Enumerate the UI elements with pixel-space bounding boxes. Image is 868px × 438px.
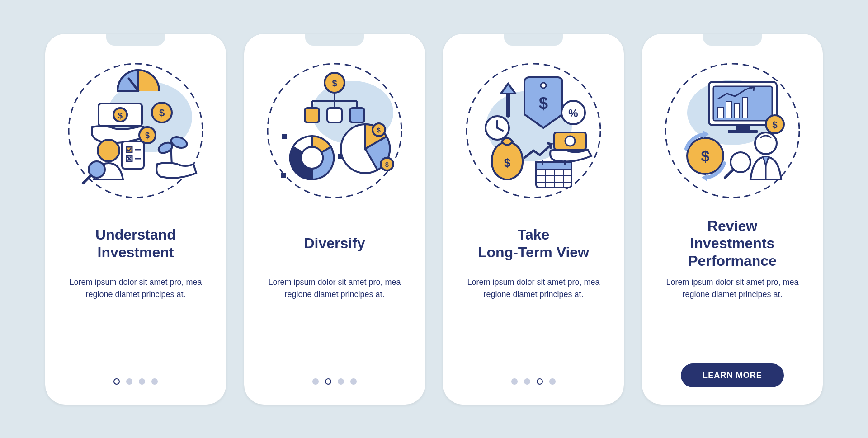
phone-notch — [504, 34, 563, 46]
phone-notch — [305, 34, 364, 46]
pagination-dot-1[interactable] — [511, 378, 518, 385]
pagination-dot-3[interactable] — [338, 378, 344, 385]
screen-description: Lorem ipsum dolor sit amet pro, mea regi… — [68, 276, 203, 301]
svg-rect-29 — [305, 108, 319, 122]
svg-rect-13 — [122, 141, 144, 169]
svg-text:$: $ — [145, 131, 150, 140]
svg-rect-70 — [728, 130, 758, 133]
pagination-dots — [511, 378, 556, 385]
svg-rect-65 — [718, 107, 723, 118]
svg-rect-33 — [281, 173, 286, 178]
pagination-dot-2[interactable] — [325, 378, 331, 385]
screen-description: Lorem ipsum dolor sit amet pro, mea regi… — [466, 276, 601, 301]
screen-title: Take Long-Term View — [478, 217, 589, 271]
svg-text:$: $ — [539, 94, 548, 113]
pagination-dot-1[interactable] — [312, 378, 319, 385]
diversify-icon: $ — [262, 58, 407, 203]
pagination-dot-4[interactable] — [151, 378, 158, 385]
screen-description: Lorem ipsum dolor sit amet pro, mea regi… — [665, 276, 800, 301]
svg-text:$: $ — [159, 107, 165, 118]
svg-text:$: $ — [118, 111, 123, 120]
svg-rect-30 — [327, 108, 342, 122]
phone-screen-understand-investment: $ $ $ — [45, 34, 226, 405]
svg-rect-69 — [736, 125, 750, 130]
pagination-dots — [312, 378, 357, 385]
svg-line-76 — [725, 170, 733, 178]
screen-title: Understand Investment — [95, 217, 176, 271]
svg-rect-31 — [350, 108, 364, 122]
screen-title: Review Investments Performance — [688, 217, 777, 271]
phone-notch — [106, 34, 165, 46]
phone-screen-review-performance: $ $ Review Investments Performance Lo — [642, 34, 823, 405]
understand-investment-icon: $ $ $ — [63, 58, 208, 203]
phone-notch — [703, 34, 762, 46]
pagination-dot-4[interactable] — [549, 378, 556, 385]
pagination-dots — [113, 378, 158, 385]
svg-rect-67 — [734, 104, 740, 118]
svg-text:$: $ — [504, 156, 511, 170]
long-term-view-icon: $ % $ — [461, 58, 606, 203]
svg-rect-66 — [726, 102, 731, 118]
svg-text:$: $ — [377, 127, 381, 134]
pagination-dot-1[interactable] — [113, 378, 120, 385]
svg-point-51 — [565, 136, 575, 146]
phone-screen-long-term-view: $ % $ — [443, 34, 624, 405]
svg-rect-53 — [536, 162, 571, 170]
phone-screen-diversify: $ — [244, 34, 425, 405]
review-performance-icon: $ $ — [660, 58, 805, 203]
pagination-dot-2[interactable] — [524, 378, 530, 385]
pagination-dot-3[interactable] — [139, 378, 145, 385]
svg-rect-32 — [282, 134, 287, 139]
pagination-dot-4[interactable] — [350, 378, 357, 385]
svg-text:$: $ — [701, 147, 710, 165]
svg-rect-68 — [742, 97, 748, 118]
pagination-dot-2[interactable] — [126, 378, 132, 385]
svg-text:%: % — [568, 107, 578, 119]
screen-description: Lorem ipsum dolor sit amet pro, mea regi… — [267, 276, 402, 301]
learn-more-button[interactable]: LEARN MORE — [681, 363, 784, 387]
svg-point-42 — [541, 83, 546, 88]
svg-point-12 — [98, 140, 119, 161]
svg-text:$: $ — [332, 78, 337, 88]
svg-text:$: $ — [772, 120, 777, 130]
screen-title: Diversify — [304, 217, 365, 271]
svg-text:$: $ — [385, 161, 389, 168]
onboarding-screens-row: $ $ $ — [45, 34, 823, 405]
pagination-dot-3[interactable] — [537, 378, 543, 385]
